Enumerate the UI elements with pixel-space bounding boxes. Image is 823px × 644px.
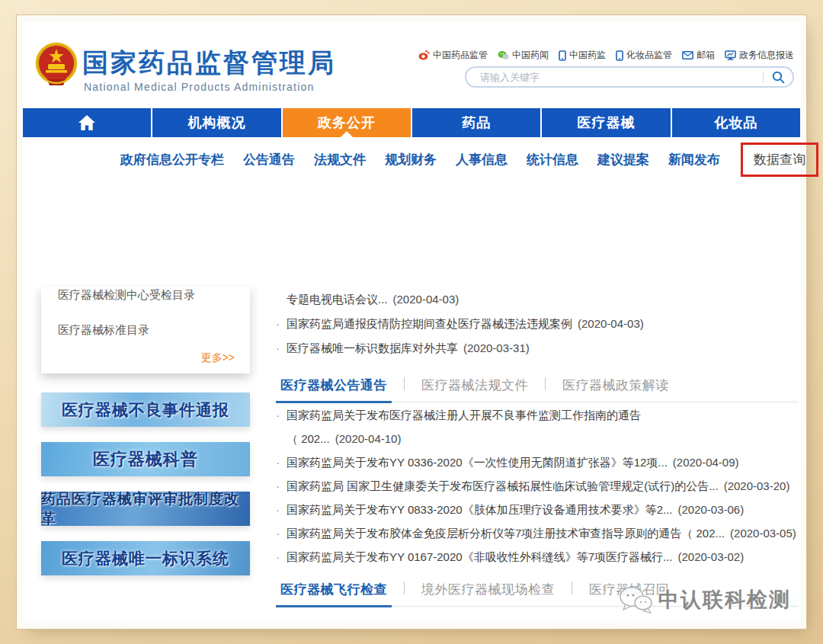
- subnav-item-renshi[interactable]: 人事信息: [456, 151, 508, 168]
- tabs-announcements: 医疗器械公告通告 医疗器械法规文件 医疗器械政策解读: [276, 375, 799, 402]
- news-title: 国家药监局关于发布胶体金免疫层析分析仪等7项注册技术审查指导原则的通告（ 202…: [287, 527, 725, 541]
- nav-item-jigou[interactable]: 机构概况: [152, 108, 282, 137]
- nav-label: 政务公开: [318, 114, 376, 132]
- subnav-item-xinwen[interactable]: 新闻发布: [668, 151, 720, 168]
- list-item[interactable]: · 医疗器械唯一标识数据库对外共享 (2020-03-31): [276, 341, 799, 366]
- page: 国家药品监督管理局 National Medical Products Admi…: [23, 21, 800, 623]
- quick-link-wechat[interactable]: 中国药闻: [498, 49, 549, 62]
- monitor-icon: [725, 50, 736, 60]
- subnav-item-guihua[interactable]: 规划财务: [385, 151, 437, 168]
- quick-link-mail[interactable]: 邮箱: [682, 49, 715, 62]
- news-title: 国家药监局 国家卫生健康委关于发布医疗器械拓展性临床试验管理规定(试行)的公告.…: [287, 479, 719, 494]
- quick-link-label: 政务信息报送: [739, 49, 794, 62]
- tab-device-announcements[interactable]: 医疗器械公告通告: [276, 375, 392, 403]
- site-title: 国家药品监督管理局: [82, 46, 336, 81]
- nav-item-home[interactable]: [23, 108, 152, 137]
- tab-separator: [545, 377, 546, 390]
- quick-link-label: 邮箱: [697, 49, 715, 62]
- banner-adverse-event-report[interactable]: 医疗器械不良事件通报: [41, 392, 250, 427]
- quick-link-label: 中国药监: [569, 49, 606, 62]
- banner-udi-system[interactable]: 医疗器械唯一标识系统: [41, 541, 250, 575]
- weibo-icon: [418, 50, 430, 60]
- sidebar-item-testing-center-catalog[interactable]: 医疗器械检测中心受检目录: [58, 288, 235, 305]
- tab-device-regulations[interactable]: 医疗器械法规文件: [417, 375, 533, 401]
- quick-link-cosmetics-app[interactable]: 化妆品监管: [616, 49, 672, 62]
- list-item[interactable]: · 国家药监局关于发布医疗器械注册人开展不良事件监测工作指南的通告: [276, 409, 799, 432]
- list-item-wrap[interactable]: （ 202... (2020-04-10): [276, 432, 799, 456]
- list-item[interactable]: 专题电视电话会议... (2020-04-03): [276, 293, 799, 317]
- national-emblem-logo: [35, 41, 78, 88]
- sidebar-item-standards-catalog[interactable]: 医疗器械标准目录: [58, 323, 235, 338]
- quick-link-label: 中国药闻: [512, 49, 549, 62]
- bullet: ·: [276, 409, 287, 421]
- subnav-item-gov-info[interactable]: 政府信息公开专栏: [120, 151, 224, 168]
- tab-device-policy[interactable]: 医疗器械政策解读: [558, 375, 674, 401]
- nav-item-zhengwu[interactable]: 政务公开: [283, 108, 412, 137]
- quick-link-weibo[interactable]: 中国药品监管: [418, 49, 488, 62]
- tab-separator: [404, 582, 405, 594]
- nav-label: 机构概况: [187, 114, 245, 132]
- news-date: (2020-03-20): [724, 479, 790, 492]
- announcement-news-list: · 国家药监局关于发布医疗器械注册人开展不良事件监测工作指南的通告 （ 202.…: [276, 409, 799, 574]
- nav-item-yaopin[interactable]: 药品: [412, 108, 542, 137]
- news-date: (2020-03-05): [730, 527, 796, 540]
- quick-link-yaojian-app[interactable]: 中国药监: [559, 49, 606, 62]
- search-button[interactable]: [764, 71, 793, 84]
- bullet: ·: [276, 456, 287, 469]
- more-link[interactable]: 更多>>: [58, 351, 235, 365]
- tab-flight-inspection[interactable]: 医疗器械飞行检查: [276, 579, 392, 607]
- news-date: (2020-04-03): [578, 317, 644, 330]
- news-title: 专题电视电话会议...: [287, 293, 388, 307]
- news-date: (2020-03-02): [677, 550, 744, 563]
- mobile-icon: [616, 50, 623, 61]
- header-quick-links: 中国药品监管 中国药闻 中国药监 化妆品监管 邮箱: [418, 49, 794, 62]
- top-news-list: 专题电视电话会议... (2020-04-03) · 国家药监局通报疫情防控期间…: [276, 293, 799, 366]
- subnav-item-gonggao[interactable]: 公告通告: [243, 151, 295, 168]
- watermark: 中认联科检测: [619, 585, 791, 614]
- quick-link-label: 化妆品监管: [626, 49, 672, 62]
- news-title: 国家药监局关于发布医疗器械注册人开展不良事件监测工作指南的通告: [287, 409, 641, 423]
- subnav-item-jianyi[interactable]: 建议提案: [597, 151, 649, 168]
- news-date: (2020-03-31): [463, 341, 530, 354]
- news-date: (2020-04-09): [673, 456, 739, 469]
- list-item[interactable]: · 国家药监局关于发布胶体金免疫层析分析仪等7项注册技术审查指导原则的通告（ 2…: [276, 527, 799, 550]
- subnav-item-data-query[interactable]: 数据查询: [754, 152, 805, 167]
- home-icon: [78, 114, 96, 131]
- main-nav: 机构概况 政务公开 药品 医疗器械 化妆品: [23, 108, 800, 137]
- mail-icon: [682, 51, 693, 59]
- bullet: ·: [276, 341, 287, 354]
- list-item[interactable]: · 国家药监局关于发布YY 0167-2020《非吸收性外科缝线》等7项医疗器械…: [276, 550, 799, 574]
- search-icon: [772, 71, 785, 84]
- news-title: （ 202...: [287, 432, 330, 447]
- tab-separator: [572, 582, 572, 594]
- subnav-item-fagui[interactable]: 法规文件: [314, 151, 366, 168]
- banner-device-science[interactable]: 医疗器械科普: [41, 442, 250, 476]
- list-item[interactable]: · 国家药监局关于发布YY 0833-2020《肢体加压理疗设备通用技术要求》等…: [276, 503, 799, 527]
- news-title: 国家药监局关于发布YY 0833-2020《肢体加压理疗设备通用技术要求》等2.…: [287, 503, 672, 517]
- list-item[interactable]: · 国家药监局 国家卫生健康委关于发布医疗器械拓展性临床试验管理规定(试行)的公…: [276, 479, 799, 503]
- subnav-item-tongji[interactable]: 统计信息: [527, 151, 578, 168]
- mobile-icon: [559, 50, 566, 61]
- sidebar-catalog-panel: 医疗器械检测中心受检目录 医疗器械标准目录 更多>>: [41, 287, 250, 373]
- nav-label: 化妆品: [714, 114, 757, 132]
- search-input[interactable]: [466, 72, 763, 83]
- bullet: ·: [276, 503, 287, 516]
- nav-item-huazhuangpin[interactable]: 化妆品: [672, 108, 800, 137]
- news-title: 国家药监局通报疫情防控期间查处医疗器械违法违规案例: [287, 317, 572, 332]
- banner-review-reform[interactable]: 药品医疗器械审评审批制度改革: [41, 492, 250, 526]
- bullet: ·: [276, 527, 287, 540]
- search-bar: [465, 66, 794, 88]
- site-subtitle: National Medical Products Administration: [84, 81, 314, 93]
- bullet: ·: [276, 479, 287, 492]
- watermark-text: 中认联科检测: [658, 586, 791, 614]
- tab-separator: [404, 377, 405, 390]
- wechat-icon: [498, 50, 509, 60]
- list-item[interactable]: · 国家药监局关于发布YY 0336-2020《一次性使用无菌阴道扩张器》等12…: [276, 456, 799, 479]
- quick-link-info-report[interactable]: 政务信息报送: [725, 49, 794, 62]
- tab-overseas-inspection[interactable]: 境外医疗器械现场检查: [417, 579, 559, 605]
- quick-link-label: 中国药品监管: [433, 49, 488, 62]
- nav-label: 医疗器械: [577, 114, 635, 132]
- nav-item-qixie[interactable]: 医疗器械: [542, 108, 671, 137]
- chat-bubbles-icon: [619, 585, 654, 614]
- list-item[interactable]: · 国家药监局通报疫情防控期间查处医疗器械违法违规案例 (2020-04-03): [276, 317, 799, 341]
